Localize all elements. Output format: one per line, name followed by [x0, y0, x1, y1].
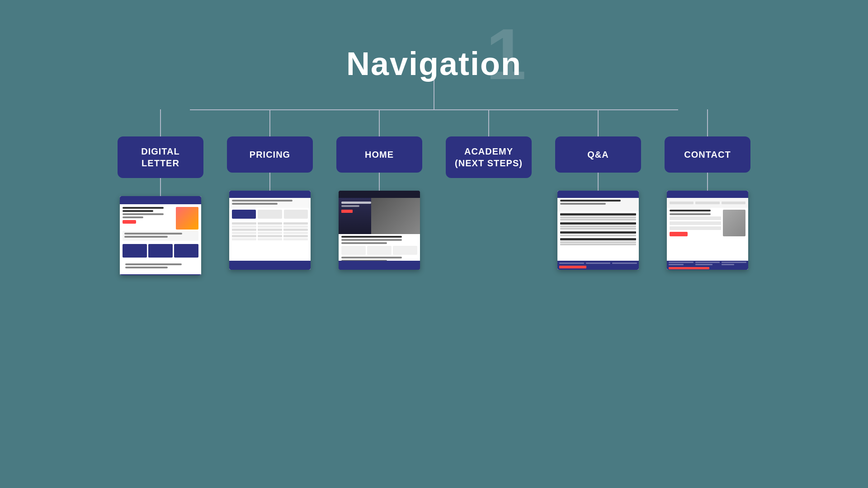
node-column-qa: Q&A	[555, 109, 641, 270]
nav-box-digital-letter[interactable]: DIGITAL LETTER	[118, 136, 203, 178]
screenshot-mock-contact	[667, 191, 748, 270]
title-section: 1 Navigation	[346, 45, 522, 82]
nav-box-academy[interactable]: ACADEMY (NEXT STEPS)	[446, 136, 532, 178]
screenshot-connector-pricing	[269, 173, 270, 191]
connector-line-pricing	[269, 109, 270, 136]
nav-box-contact[interactable]: CONTACT	[665, 136, 750, 173]
connector-line-home	[379, 109, 380, 136]
screenshot-connector-contact	[707, 173, 708, 191]
connector-line-academy	[488, 109, 489, 136]
node-column-home: HOME	[336, 109, 422, 270]
connector-line-digital-letter	[160, 109, 161, 136]
screenshot-mock-pricing	[229, 191, 311, 270]
page-container: 1 Navigation DIGITAL LETTER	[0, 0, 868, 488]
screenshot-connector-qa	[598, 173, 599, 191]
nav-box-pricing[interactable]: PRICING	[227, 136, 313, 173]
screenshot-contact[interactable]	[667, 191, 748, 270]
screenshot-mock-qa	[557, 191, 639, 270]
screenshot-home[interactable]	[339, 191, 420, 270]
nav-box-qa[interactable]: Q&A	[555, 136, 641, 173]
screenshot-qa[interactable]	[557, 191, 639, 270]
screenshot-mock-home	[339, 191, 420, 270]
node-column-academy: ACADEMY (NEXT STEPS)	[446, 109, 532, 178]
connector-line-qa	[598, 109, 599, 136]
node-column-digital-letter: DIGITAL LETTER	[118, 109, 203, 275]
screenshot-pricing[interactable]	[229, 191, 311, 270]
nav-box-home[interactable]: HOME	[336, 136, 422, 173]
nodes-row: DIGITAL LETTER	[118, 109, 750, 275]
node-column-contact: CONTACT	[665, 109, 750, 270]
tree-container: DIGITAL LETTER	[118, 109, 750, 275]
screenshot-mock-digital	[120, 196, 201, 275]
screenshot-connector-home	[379, 173, 380, 191]
screenshot-connector-digital-letter	[160, 178, 161, 196]
page-title: Navigation	[346, 45, 522, 82]
node-column-pricing: PRICING	[227, 109, 313, 270]
connector-line-contact	[707, 109, 708, 136]
screenshot-digital-letter[interactable]	[120, 196, 201, 275]
